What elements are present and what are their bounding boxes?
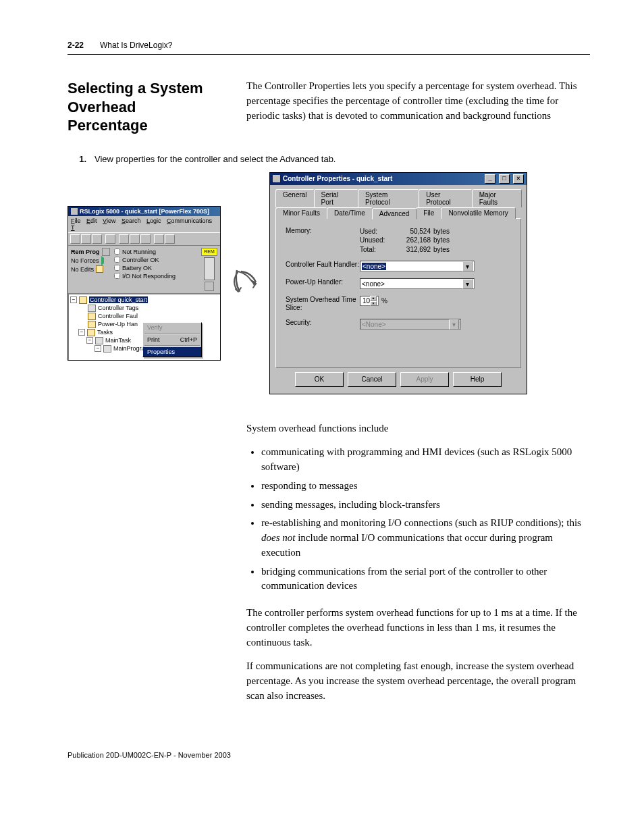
menu-comm[interactable]: Communications <box>167 217 212 224</box>
bullet-4: re-establishing and monitoring I/O conne… <box>261 516 590 560</box>
tags-icon <box>88 305 96 312</box>
body-p2: The controller performs system overhead … <box>246 606 590 650</box>
tab-minorfaults[interactable]: Minor Faults <box>275 207 327 219</box>
menu-logic[interactable]: Logic <box>146 217 161 224</box>
mode-label: Rem Prog <box>71 248 100 256</box>
spin-down-icon[interactable]: ▼ <box>370 301 377 307</box>
folder-icon <box>88 313 96 320</box>
puh-combo[interactable]: <none> ▾ <box>360 278 475 289</box>
tool-new-icon[interactable] <box>70 234 80 244</box>
dialog-title: Controller Properties - quick_start <box>283 175 392 182</box>
close-button[interactable]: × <box>513 174 524 184</box>
collapse-icon[interactable]: − <box>95 345 101 352</box>
tab-general[interactable]: General <box>275 189 315 207</box>
body-p1: System overhead functions include <box>246 421 590 436</box>
collapse-icon[interactable]: − <box>86 337 93 344</box>
tool-save-icon[interactable] <box>92 234 102 244</box>
advanced-panel: Memory: Used:50,524bytes Unused:262,168b… <box>275 218 521 368</box>
ctx-properties[interactable]: Properties <box>143 347 201 357</box>
tab-nonvolatile[interactable]: Nonvolatile Memory <box>441 207 515 219</box>
play-icon[interactable] <box>101 256 109 265</box>
ctx-print[interactable]: PrintCtrl+P <box>143 335 201 344</box>
memory-label: Memory: <box>286 227 360 234</box>
puh-label: Power-Up Handler: <box>286 278 360 286</box>
tab-datetime[interactable]: Date/Time <box>327 207 373 219</box>
rslogix-title: RSLogix 5000 - quick_start [PowerFlex 70… <box>80 208 209 215</box>
cfh-combo[interactable]: <none> ▾ <box>360 261 475 271</box>
help-button[interactable]: Help <box>453 372 502 387</box>
tree-poweruphandler[interactable]: Power-Up Han <box>98 321 138 328</box>
security-value: <None> <box>362 321 386 328</box>
program-icon <box>103 345 111 353</box>
mode-dropdown-icon[interactable] <box>102 248 110 256</box>
step-text: View properties for the controller and s… <box>95 154 336 164</box>
forces-label: No Forces <box>71 257 99 265</box>
tree-faulthandler[interactable]: Controller Faul <box>98 313 138 319</box>
tool-cut-icon[interactable] <box>119 234 129 244</box>
menu-search[interactable]: Search <box>122 217 141 224</box>
page-header: 2-22 What Is DriveLogix? <box>68 41 590 55</box>
bullet-3: sending messages, including block-transf… <box>261 498 590 513</box>
lock-icon <box>96 265 103 273</box>
arrow-icon <box>232 265 259 301</box>
keyswitch-icon <box>204 257 215 280</box>
rslogix-window: RSLogix 5000 - quick_start [PowerFlex 70… <box>68 206 221 361</box>
menu-edit[interactable]: Edit <box>86 217 97 224</box>
tool-paste-icon[interactable] <box>140 234 151 244</box>
check-batteryok[interactable]: Battery OK <box>114 264 197 272</box>
controller-properties-dialog: Controller Properties - quick_start _ □ … <box>269 172 527 394</box>
tab-file[interactable]: File <box>416 207 441 219</box>
tree-tags[interactable]: Controller Tags <box>98 305 138 311</box>
menu-view[interactable]: View <box>103 217 115 224</box>
section-title: Selecting a System Overhead Percentage <box>68 79 219 135</box>
spin-up-icon[interactable]: ▲ <box>370 296 377 301</box>
tree-controller[interactable]: Controller quick_start <box>89 296 148 303</box>
menu-t[interactable]: T <box>71 224 75 231</box>
puh-value: <none> <box>362 280 385 288</box>
ok-button[interactable]: OK <box>295 372 344 387</box>
dropdown-icon: ▾ <box>449 319 459 330</box>
context-menu: Verify PrintCtrl+P Properties <box>142 322 202 357</box>
check-ionotresp[interactable]: I/O Not Responding <box>114 272 197 280</box>
folder-icon <box>88 321 96 328</box>
security-combo: <None> ▾ <box>360 319 461 330</box>
cancel-button[interactable]: Cancel <box>348 372 396 387</box>
minimize-button[interactable]: _ <box>485 174 495 184</box>
step-1: 1. View properties for the controller an… <box>68 154 590 164</box>
tab-majorfaults[interactable]: Major Faults <box>472 189 522 207</box>
tool-copy-icon[interactable] <box>130 234 140 244</box>
maximize-button[interactable]: □ <box>499 174 510 184</box>
bullet-list: communicating with programming and HMI d… <box>246 445 590 594</box>
tool-print-icon[interactable] <box>105 234 115 244</box>
app-icon <box>71 208 78 215</box>
status-button[interactable] <box>205 282 214 291</box>
timeslice-spinner[interactable]: 10 ▲▼ % <box>360 296 387 306</box>
sots-unit: % <box>381 297 387 305</box>
folder-icon <box>79 296 87 304</box>
tab-systemprotocol[interactable]: System Protocol <box>358 189 419 207</box>
collapse-icon[interactable]: − <box>70 296 77 303</box>
bullet-2: responding to messages <box>261 479 590 494</box>
tree-tasks[interactable]: Tasks <box>97 329 113 336</box>
cfh-value: <none> <box>362 263 386 270</box>
intro-paragraph: The Controller Properties lets you speci… <box>246 79 590 135</box>
tool-open-icon[interactable] <box>81 234 91 244</box>
tool-redo-icon[interactable] <box>165 234 175 244</box>
step-number: 1. <box>68 154 86 164</box>
tool-undo-icon[interactable] <box>154 234 164 244</box>
tree-maintask[interactable]: MainTask <box>105 337 131 344</box>
task-icon <box>95 337 103 344</box>
collapse-icon[interactable]: − <box>78 329 85 336</box>
tab-serialport[interactable]: Serial Port <box>314 189 358 207</box>
menubar[interactable]: File Edit View Search Logic Communicatio… <box>68 216 220 232</box>
dropdown-icon[interactable]: ▾ <box>462 261 473 271</box>
tab-advanced[interactable]: Advanced <box>372 208 417 219</box>
tab-userprotocol[interactable]: User Protocol <box>419 189 473 207</box>
bullet-1: communicating with programming and HMI d… <box>261 445 590 475</box>
check-notrunning[interactable]: Not Running <box>114 248 197 256</box>
dropdown-icon[interactable]: ▾ <box>462 279 473 289</box>
menu-file[interactable]: File <box>71 217 81 224</box>
check-controllerok[interactable]: Controller OK <box>114 256 197 264</box>
ctx-verify[interactable]: Verify <box>143 323 201 332</box>
apply-button[interactable]: Apply <box>400 372 449 387</box>
